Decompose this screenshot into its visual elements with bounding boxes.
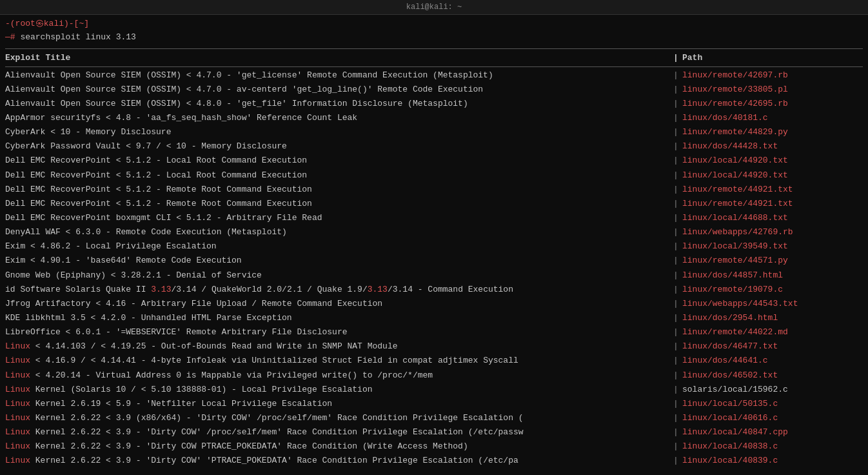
cell-path: linux/webapps/42769.rb <box>682 226 863 239</box>
prompt-command: searchsploit linux 3.13 <box>20 32 135 42</box>
prompt-user: -(root㉿kali)-[~] <box>5 19 89 28</box>
table-row: KDE libkhtml 3.5 < 4.2.0 - Unhandled HTM… <box>5 311 863 325</box>
table-row: Dell EMC RecoverPoint < 5.1.2 - Remote R… <box>5 183 863 197</box>
cell-sep: | <box>669 240 682 253</box>
header-path: Path <box>682 53 863 63</box>
cell-sep: | <box>669 212 682 225</box>
header-divider <box>5 66 863 67</box>
cell-path: linux/local/40616.c <box>682 412 863 425</box>
cell-title: Alienvault Open Source SIEM (OSSIM) < 4.… <box>5 83 669 96</box>
table-row: Jfrog Artifactory < 4.16 - Arbitrary Fil… <box>5 297 863 311</box>
cell-title: AppArmor securityfs < 4.8 - 'aa_fs_seq_h… <box>5 112 669 125</box>
cell-title: CyberArk < 10 - Memory Disclosure <box>5 126 669 139</box>
cell-sep: | <box>669 398 682 410</box>
prompt-symbol: —# <box>5 32 20 42</box>
cell-title: id Software Solaris Quake II 3.13/3.14 /… <box>5 283 669 296</box>
cell-path: linux/remote/19079.c <box>682 283 863 296</box>
cell-sep: | <box>669 440 682 453</box>
cell-title: Linux Kernel 2.6.22 < 3.9 - 'Dirty COW' … <box>5 454 669 467</box>
cell-path: linux/dos/2954.html <box>682 312 863 325</box>
table-row: Exim < 4.90.1 - 'base64d' Remote Code Ex… <box>5 254 863 268</box>
cell-title: Jfrog Artifactory < 4.16 - Arbitrary Fil… <box>5 298 669 310</box>
cell-path: linux/remote/44571.py <box>682 254 863 267</box>
cell-path: linux/local/44920.txt <box>682 169 863 182</box>
title-bar: kali@kali: ~ <box>0 0 868 15</box>
cell-title: Gnome Web (Epiphany) < 3.28.2.1 - Denial… <box>5 269 669 282</box>
header-sep: | <box>669 53 682 63</box>
top-divider <box>5 48 863 49</box>
table-row: Linux Kernel 2.6.22 < 3.9 (x86/x64) - 'D… <box>5 411 863 425</box>
header-title: Exploit Title <box>5 53 669 63</box>
title-bar-text: kali@kali: ~ <box>406 3 462 12</box>
cell-title: LibreOffice < 6.0.1 - '=WEBSERVICE' Remo… <box>5 326 669 339</box>
table-row: Alienvault Open Source SIEM (OSSIM) < 4.… <box>5 83 863 97</box>
cell-path: linux/remote/44921.txt <box>682 197 863 210</box>
results-table: Exploit Title | Path Alienvault Open Sou… <box>0 47 868 475</box>
table-row: Linux < 4.14.103 / < 4.19.25 - Out-of-Bo… <box>5 339 863 354</box>
cell-title: Linux < 4.20.14 - Virtual Address 0 is M… <box>5 369 669 382</box>
table-row: Linux Kernel 2.6.22 < 3.9 - 'Dirty COW' … <box>5 454 863 468</box>
cell-title: Dell EMC RecoverPoint boxmgmt CLI < 5.1.… <box>5 212 669 225</box>
cell-title: Dell EMC RecoverPoint < 5.1.2 - Remote R… <box>5 197 669 210</box>
cell-sep: | <box>669 83 682 96</box>
cell-path: linux/remote/44829.py <box>682 126 863 139</box>
cell-sep: | <box>669 269 682 282</box>
table-row: CyberArk < 10 - Memory Disclosure|linux/… <box>5 125 863 139</box>
cell-path: linux/webapps/44543.txt <box>682 298 863 310</box>
cell-title: Dell EMC RecoverPoint < 5.1.2 - Local Ro… <box>5 169 669 182</box>
cell-path: linux/remote/42695.rb <box>682 97 863 110</box>
cell-title: Dell EMC RecoverPoint < 5.1.2 - Local Ro… <box>5 154 669 167</box>
table-row: Dell EMC RecoverPoint < 5.1.2 - Remote R… <box>5 197 863 211</box>
table-row: Dell EMC RecoverPoint boxmgmt CLI < 5.1.… <box>5 211 863 225</box>
cell-title: Alienvault Open Source SIEM (OSSIM) < 4.… <box>5 69 669 82</box>
cell-path: linux/local/44920.txt <box>682 154 863 167</box>
table-row: Alienvault Open Source SIEM (OSSIM) < 4.… <box>5 97 863 111</box>
table-header: Exploit Title | Path <box>5 50 863 65</box>
cell-path: linux/local/44688.txt <box>682 212 863 225</box>
terminal-window: kali@kali: ~ -(root㉿kali)-[~] —# searchs… <box>0 0 868 475</box>
table-row: DenyAll WAF < 6.3.0 - Remote Code Execut… <box>5 225 863 239</box>
cell-path: linux/remote/44921.txt <box>682 183 863 196</box>
cell-title: Linux < 4.16.9 / < 4.14.41 - 4-byte Info… <box>5 354 669 367</box>
table-body: Alienvault Open Source SIEM (OSSIM) < 4.… <box>5 68 863 469</box>
cell-sep: | <box>669 112 682 125</box>
cell-sep: | <box>669 383 682 396</box>
cell-title: Linux Kernel 2.6.22 < 3.9 - 'Dirty COW' … <box>5 426 669 439</box>
cell-path: linux/dos/44428.txt <box>682 140 863 153</box>
cell-title: Linux < 4.14.103 / < 4.19.25 - Out-of-Bo… <box>5 340 669 353</box>
cell-path: linux/dos/46502.txt <box>682 369 863 382</box>
cell-path: linux/dos/40181.c <box>682 112 863 125</box>
cell-path: linux/remote/33805.pl <box>682 83 863 96</box>
prompt-line: -(root㉿kali)-[~] —# searchsploit linux 3… <box>0 15 868 47</box>
cell-sep: | <box>669 354 682 367</box>
table-row: Linux Kernel 2.6.22 < 3.9 - 'Dirty COW' … <box>5 425 863 440</box>
table-row: Dell EMC RecoverPoint < 5.1.2 - Local Ro… <box>5 154 863 168</box>
cell-title: KDE libkhtml 3.5 < 4.2.0 - Unhandled HTM… <box>5 312 669 325</box>
cell-sep: | <box>669 226 682 239</box>
cell-title: Exim < 4.86.2 - Local Privilege Escalati… <box>5 240 669 253</box>
cell-path: linux/local/40839.c <box>682 454 863 467</box>
table-row: Linux < 4.16.9 / < 4.14.41 - 4-byte Info… <box>5 354 863 368</box>
cell-sep: | <box>669 197 682 210</box>
cell-path: linux/local/39549.txt <box>682 240 863 253</box>
cell-sep: | <box>669 140 682 153</box>
cell-sep: | <box>669 154 682 167</box>
cell-sep: | <box>669 454 682 467</box>
cell-sep: | <box>669 254 682 267</box>
cell-sep: | <box>669 326 682 339</box>
cell-path: linux/remote/42697.rb <box>682 69 863 82</box>
table-row: Linux Kernel (Solaris 10 / < 5.10 138888… <box>5 383 863 397</box>
cell-sep: | <box>669 97 682 110</box>
table-row: id Software Solaris Quake II 3.13/3.14 /… <box>5 283 863 297</box>
cell-path: linux/local/40838.c <box>682 440 863 453</box>
cell-title: Exim < 4.90.1 - 'base64d' Remote Code Ex… <box>5 254 669 267</box>
cell-sep: | <box>669 426 682 439</box>
table-row: Linux Kernel 2.6.22 < 3.9 - 'Dirty COW P… <box>5 440 863 454</box>
table-row: LibreOffice < 6.0.1 - '=WEBSERVICE' Remo… <box>5 325 863 339</box>
cell-sep: | <box>669 298 682 310</box>
cell-sep: | <box>669 69 682 82</box>
cell-path: solaris/local/15962.c <box>682 383 863 396</box>
cell-path: linux/dos/44641.c <box>682 354 863 367</box>
table-row: AppArmor securityfs < 4.8 - 'aa_fs_seq_h… <box>5 111 863 125</box>
cell-sep: | <box>669 312 682 325</box>
